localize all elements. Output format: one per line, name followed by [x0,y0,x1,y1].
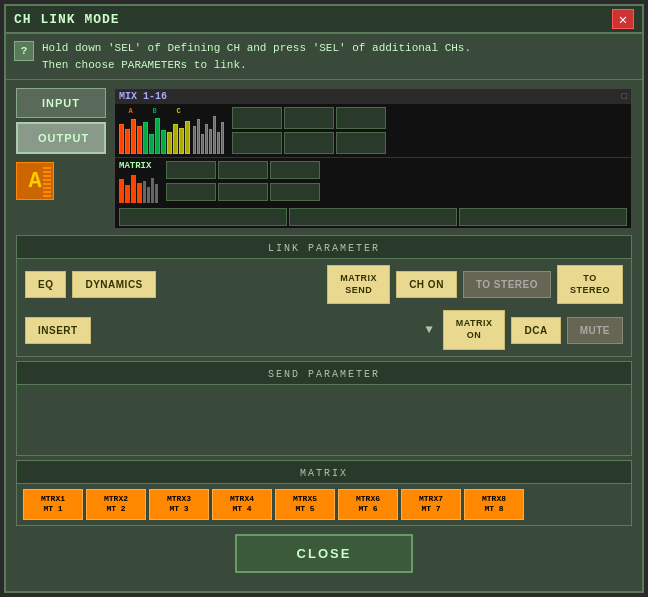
selector-cell[interactable] [336,107,386,129]
selector-cell[interactable] [270,183,320,201]
selector-cell[interactable] [284,132,334,154]
param-row-2: INSERT ▼ MATRIXON DCA MUTE [25,310,623,349]
output-button[interactable]: OUTPUT [16,122,106,154]
link-parameter-content: EQ DYNAMICS MATRIXSEND CH ON TO STEREO T… [17,259,631,356]
selector-cell[interactable] [459,208,627,226]
fader-strip [161,130,166,154]
dialog-title: CH LINK MODE [14,12,120,27]
close-button[interactable]: CLOSE [235,534,414,573]
eq-button[interactable]: EQ [25,271,66,298]
fader-strip [179,128,184,154]
matrix-on-button[interactable]: MATRIXON [443,310,506,349]
fader-bank-a: A B [119,107,224,154]
dca-button[interactable]: DCA [511,317,560,344]
matrix-fader [137,183,142,203]
matrix-tab-4[interactable]: MTRX4MT 4 [212,489,272,520]
matrix-bottom-label: MATRIX [300,468,348,479]
matrix-bottom-header: MATRIX [17,461,631,484]
left-panel: INPUT OUTPUT A [16,88,106,229]
a-letter: A [28,169,41,194]
matrix-fader [155,184,158,203]
selector-cell[interactable] [218,183,268,201]
fader-strips-c [167,116,190,154]
fader-strip [201,134,204,154]
matrix-tab-3[interactable]: MTRX3MT 3 [149,489,209,520]
main-content: INPUT OUTPUT A MIX 1-16 □ A [6,80,642,229]
a-indicator: A [16,162,54,200]
fader-label-b: B [152,107,156,115]
help-row: ? Hold down 'SEL' of Defining CH and pre… [6,34,642,80]
selector-cell[interactable] [119,208,287,226]
ch-on-button[interactable]: TO STEREO [463,271,551,298]
fader-strip [173,124,178,154]
help-icon: ? [14,41,34,61]
fader-strip [185,121,190,154]
fader-label-a: A [128,107,132,115]
mix-selector-grid [232,107,386,154]
dynamics-button[interactable]: DYNAMICS [72,271,155,298]
fader-strip [205,124,208,154]
mixer-header: MIX 1-16 □ [115,89,631,104]
matrix-faders-area: MATRIX [115,158,631,206]
fader-strip [197,119,200,154]
close-button-area: CLOSE [6,526,642,581]
insert-button[interactable]: INSERT [25,317,91,344]
selector-cell[interactable] [284,107,334,129]
selector-cell[interactable] [232,132,282,154]
matrix-tab-1[interactable]: MTRX1MT 1 [23,489,83,520]
fader-strip [125,129,130,154]
matrix-bottom-section: MATRIX MTRX1MT 1 MTRX2MT 2 MTRX3MT 3 MTR… [16,460,632,526]
matrix-strips [119,173,158,203]
send-parameter-header: SEND PARAMETER [17,362,631,385]
matrix-tab-2[interactable]: MTRX2MT 2 [86,489,146,520]
fader-group-a: A [119,107,142,154]
fader-strip [119,124,124,154]
selector-cell[interactable] [336,132,386,154]
matrix-send-button[interactable]: MATRIXSEND [327,265,390,304]
fader-strip [217,132,220,154]
input-button[interactable]: INPUT [16,88,106,118]
fader-strip [193,126,196,154]
matrix-tab-7[interactable]: MTRX7MT 7 [401,489,461,520]
mute-button[interactable]: MUTE [567,317,623,344]
selector-cell[interactable] [166,183,216,201]
fader-group-b: B [143,107,166,154]
mixer-title: MIX 1-16 [119,91,167,102]
fader-strip [209,129,212,154]
send-parameter-content [17,385,631,455]
fader-strips-rest [193,116,224,154]
matrix-tab-6[interactable]: MTRX6MT 6 [338,489,398,520]
fader-strip [213,116,216,154]
title-bar: CH LINK MODE ✕ [6,6,642,34]
selector-cell[interactable] [166,161,216,179]
matrix-tab-8[interactable]: MTRX8MT 8 [464,489,524,520]
fader-label-c: C [176,107,180,115]
fader-strip [149,134,154,154]
ch-link-mode-dialog: CH LINK MODE ✕ ? Hold down 'SEL' of Defi… [4,4,644,593]
matrix-tabs-container: MTRX1MT 1 MTRX2MT 2 MTRX3MT 3 MTRX4MT 4 … [17,484,631,525]
selector-cell[interactable] [270,161,320,179]
fader-button[interactable]: CH ON [396,271,457,298]
to-stereo-button[interactable]: TOSTEREO [557,265,623,304]
selector-cell[interactable] [289,208,457,226]
close-x-button[interactable]: ✕ [612,9,634,29]
matrix-fader [125,185,130,203]
bottom-selector-grid [115,206,631,228]
fader-strip [143,122,148,154]
fader-strip [137,126,142,154]
mixer-minimize-button[interactable]: □ [622,92,627,102]
selector-cell[interactable] [232,107,282,129]
matrix-fader [119,179,124,203]
link-parameter-header: LINK PARAMETER [17,236,631,259]
a-stripe-decoration [43,165,51,197]
matrix-label-area: MATRIX [119,161,158,203]
send-parameter-section: SEND PARAMETER [16,361,632,456]
send-parameter-label: SEND PARAMETER [268,369,380,380]
matrix-fader [131,175,136,203]
fader-strip [131,119,136,154]
matrix-fader [147,187,150,203]
selector-cell[interactable] [218,161,268,179]
matrix-tab-5[interactable]: MTRX5MT 5 [275,489,335,520]
fader-group-c: C [167,107,190,154]
matrix-fader [151,178,154,203]
